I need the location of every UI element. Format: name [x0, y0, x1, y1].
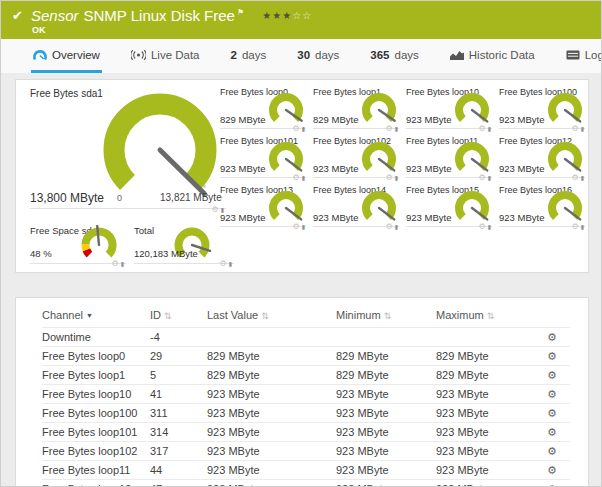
- live-data-icon: [131, 50, 146, 60]
- cell-maximum: 829 MByte: [436, 366, 547, 385]
- channel-value: 923 MByte: [406, 212, 451, 223]
- gauge-cell-free-space: Free Space sda1 48 % ⚙▮: [30, 224, 126, 264]
- table-row: Free Bytes loop0 29 829 MByte 829 MByte …: [42, 347, 570, 366]
- gauge-settings-icon[interactable]: ⚙: [386, 223, 393, 231]
- channel-value: 923 MByte: [406, 114, 451, 125]
- tab-historic-data[interactable]: Historic Data: [448, 39, 537, 73]
- channel-value: 120,183 MByte: [134, 248, 198, 259]
- gauge-settings-icon[interactable]: ⚙: [572, 223, 579, 231]
- gauge-settings-icon[interactable]: ⚙: [220, 260, 227, 268]
- tab-365-days[interactable]: 365 days: [368, 39, 420, 73]
- small-gauges-grid: Free Bytes loop0 829 MByte ⚙▮ Free Bytes…: [220, 86, 585, 233]
- gauge-pin-icon[interactable]: ▮: [581, 175, 584, 181]
- gauge-pin-icon[interactable]: ▮: [302, 224, 305, 230]
- cell-id: 47: [150, 480, 207, 487]
- tab-365-days-unit: days: [395, 49, 419, 61]
- gauge-pin-icon[interactable]: ▮: [488, 126, 491, 132]
- stars-empty: ☆☆: [292, 10, 312, 21]
- tab-365-days-number: 365: [370, 49, 389, 61]
- gauge-pin-icon[interactable]: ▮: [229, 261, 232, 267]
- cell-channel: Free Bytes loop1: [42, 366, 150, 385]
- channel-settings-icon[interactable]: ⚙: [547, 388, 557, 400]
- gauge-settings-icon[interactable]: ⚙: [386, 125, 393, 133]
- gauge-settings-icon[interactable]: ⚙: [293, 125, 300, 133]
- gauge-pin-icon[interactable]: ▮: [395, 126, 398, 132]
- channel-settings-icon[interactable]: ⚙: [547, 426, 557, 438]
- channel-value: 48 %: [30, 248, 52, 259]
- gauge-pin-icon[interactable]: ▮: [302, 175, 305, 181]
- table-row: Free Bytes loop1 5 829 MByte 829 MByte 8…: [42, 366, 570, 385]
- channel-gauge: [359, 187, 399, 225]
- channel-settings-icon[interactable]: ⚙: [547, 483, 557, 487]
- gauge-settings-icon[interactable]: ⚙: [479, 125, 486, 133]
- channel-value: 829 MByte: [220, 114, 265, 125]
- cell-id: 317: [150, 442, 207, 461]
- gauge-settings-icon[interactable]: ⚙: [293, 223, 300, 231]
- cell-minimum: 923 MByte: [336, 423, 436, 442]
- gauge-settings-icon[interactable]: ⚙: [479, 223, 486, 231]
- channel-value: 923 MByte: [313, 212, 358, 223]
- sensor-page: ✔ SensorSNMP Linux Disk Free⚑ ★★★☆☆ OK O…: [0, 0, 602, 487]
- gauge-settings-icon[interactable]: ⚙: [572, 125, 579, 133]
- gauge-cell: Free Bytes loop16 923 MByte ⚙▮: [499, 184, 585, 227]
- star-rating[interactable]: ★★★☆☆: [262, 10, 312, 21]
- channel-settings-icon[interactable]: ⚙: [547, 407, 557, 419]
- priority-flag-icon[interactable]: ⚑: [237, 8, 244, 17]
- table-row: Downtime -4 ⚙: [42, 328, 570, 347]
- gauge-pin-icon[interactable]: ▮: [581, 126, 584, 132]
- gauge-settings-icon[interactable]: ⚙: [572, 174, 579, 182]
- channel-settings-icon[interactable]: ⚙: [547, 464, 557, 476]
- gauge-cell: Free Bytes loop101 923 MByte ⚙▮: [220, 135, 306, 178]
- sensor-kind-label: Sensor: [31, 7, 79, 24]
- channel-value: 829 MByte: [313, 114, 358, 125]
- table-row: Free Bytes loop12 47 923 MByte 923 MByte…: [42, 480, 570, 487]
- gauge-pin-icon[interactable]: ▮: [395, 175, 398, 181]
- tab-overview[interactable]: Overview: [31, 39, 102, 73]
- channel-gauge: [359, 89, 399, 127]
- tab-2-days[interactable]: 2 days: [229, 39, 269, 73]
- cell-channel: Free Bytes loop102: [42, 442, 150, 461]
- column-header-minimum[interactable]: Minimum⇅: [336, 302, 436, 328]
- cell-maximum: 829 MByte: [436, 347, 547, 366]
- cell-minimum: 829 MByte: [336, 366, 436, 385]
- column-header-last-value[interactable]: Last Value⇅: [207, 302, 336, 328]
- cell-maximum: 923 MByte: [436, 404, 547, 423]
- tab-30-days[interactable]: 30 days: [295, 39, 341, 73]
- channel-settings-icon[interactable]: ⚙: [547, 369, 557, 381]
- gauge-pin-icon[interactable]: ▮: [488, 175, 491, 181]
- chart-icon: [450, 50, 464, 60]
- cell-minimum: 923 MByte: [336, 385, 436, 404]
- column-header-channel[interactable]: Channel▼: [42, 302, 150, 328]
- cell-id: 311: [150, 404, 207, 423]
- sort-icon: ⇅: [487, 311, 495, 321]
- gauge-settings-icon[interactable]: ⚙: [479, 174, 486, 182]
- status-badge: OK: [32, 25, 46, 35]
- channel-settings-icon[interactable]: ⚙: [547, 331, 557, 343]
- gauge-settings-icon[interactable]: ⚙: [293, 174, 300, 182]
- gauge-settings-icon[interactable]: ⚙: [212, 206, 219, 214]
- cell-maximum: 923 MByte: [436, 461, 547, 480]
- channel-settings-icon[interactable]: ⚙: [547, 350, 557, 362]
- cell-channel: Free Bytes loop10: [42, 385, 150, 404]
- gauge-settings-icon[interactable]: ⚙: [112, 260, 119, 268]
- gauge-pin-icon[interactable]: ▮: [302, 126, 305, 132]
- gauge-settings-icon[interactable]: ⚙: [386, 174, 393, 182]
- column-header-maximum[interactable]: Maximum⇅: [436, 302, 547, 328]
- tab-live-data[interactable]: Live Data: [129, 39, 202, 73]
- channel-gauge: [545, 89, 585, 127]
- cell-last-value: 923 MByte: [207, 423, 336, 442]
- gauge-pin-icon[interactable]: ▮: [581, 224, 584, 230]
- tab-log[interactable]: Log: [564, 39, 602, 73]
- table-row: Free Bytes loop101 314 923 MByte 923 MBy…: [42, 423, 570, 442]
- gauge-pin-icon[interactable]: ▮: [121, 261, 124, 267]
- column-header-id[interactable]: ID⇅: [150, 302, 207, 328]
- channel-settings-icon[interactable]: ⚙: [547, 445, 557, 457]
- cell-last-value: 923 MByte: [207, 404, 336, 423]
- sort-desc-icon: ▼: [86, 312, 93, 319]
- cell-id: 29: [150, 347, 207, 366]
- gauge-pin-icon[interactable]: ▮: [395, 224, 398, 230]
- cell-last-value: 923 MByte: [207, 385, 336, 404]
- gauge-pin-icon[interactable]: ▮: [488, 224, 491, 230]
- channel-value: 923 MByte: [499, 163, 544, 174]
- cell-minimum: 923 MByte: [336, 442, 436, 461]
